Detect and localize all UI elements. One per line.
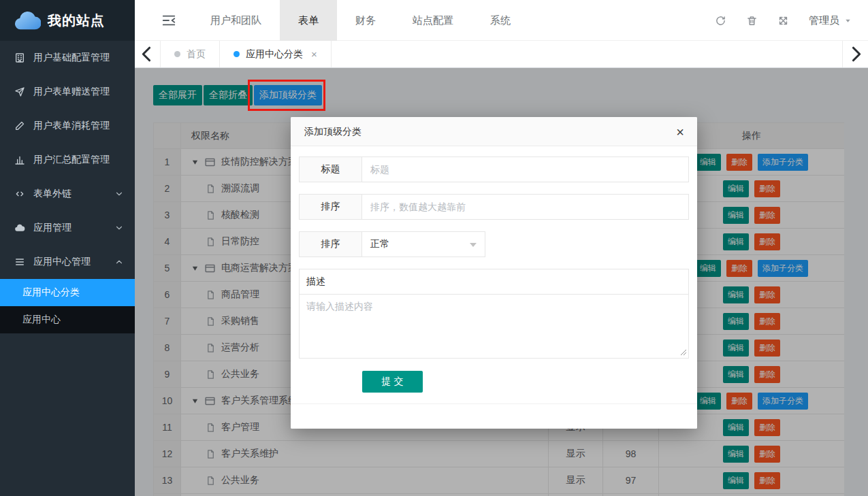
sidebar-item-应用管理[interactable]: 应用管理 [0, 211, 135, 245]
brand-title: 我的站点 [48, 12, 105, 30]
sidebar-item-label: 用户表单消耗管理 [33, 120, 110, 132]
sidebar-item-表单外链[interactable]: 表单外链 [0, 177, 135, 211]
navbar-right-actions: 管理员 [715, 0, 852, 41]
close-icon[interactable]: × [671, 123, 689, 141]
chevron-down-icon [114, 223, 124, 233]
sidebar-submenu: 应用中心分类应用中心 [0, 279, 135, 333]
tab-bar: 首页应用中心分类× [135, 41, 868, 68]
tab-status-dot [234, 51, 240, 57]
sidebar-item-label: 表单外链 [33, 188, 71, 200]
nav-item-表单[interactable]: 表单 [280, 0, 337, 41]
sort-field-label: 排序 [299, 194, 362, 220]
trash-icon[interactable] [746, 15, 758, 27]
nav-item-站点配置[interactable]: 站点配置 [394, 0, 472, 41]
modal-title: 添加顶级分类 [291, 117, 697, 146]
sidebar-subitem-应用中心分类[interactable]: 应用中心分类 [0, 279, 135, 306]
menu-icon [14, 257, 25, 267]
top-nav-menu: 用户和团队表单财务站点配置系统 [192, 0, 529, 41]
sidebar-item-用户汇总配置管理[interactable]: 用户汇总配置管理 [0, 143, 135, 177]
refresh-icon[interactable] [715, 15, 726, 27]
send-icon [14, 86, 25, 97]
code-icon [14, 188, 25, 199]
chevron-down-icon [114, 189, 124, 199]
top-navbar: 我的站点 用户和团队表单财务站点配置系统 管理员 [0, 0, 868, 41]
nav-item-系统[interactable]: 系统 [472, 0, 529, 41]
tab-首页[interactable]: 首页 [161, 41, 220, 67]
open-tabs: 首页应用中心分类× [161, 41, 332, 67]
sidebar-item-label: 用户表单赠送管理 [33, 86, 110, 98]
tab-应用中心分类[interactable]: 应用中心分类× [220, 41, 332, 67]
brand-logo[interactable]: 我的站点 [0, 0, 135, 41]
tabs-scroll-right-button[interactable] [842, 41, 868, 67]
grid-icon [14, 52, 25, 63]
description-label: 描述 [299, 269, 689, 295]
fullscreen-icon[interactable] [777, 15, 789, 27]
description-textarea[interactable] [299, 294, 689, 359]
tab-status-dot [174, 51, 180, 57]
sidebar-item-应用中心管理[interactable]: 应用中心管理 [0, 245, 135, 279]
sidebar-item-label: 用户汇总配置管理 [33, 154, 110, 166]
sidebar-item-label: 应用管理 [33, 222, 71, 234]
modal-footer [291, 403, 697, 429]
chevron-up-icon [114, 257, 124, 267]
sort-input[interactable] [361, 194, 689, 220]
cloud-icon [14, 222, 25, 233]
annotation-highlight-box [248, 80, 325, 111]
sidebar-item-用户表单赠送管理[interactable]: 用户表单赠送管理 [0, 75, 135, 109]
chart-icon [14, 154, 25, 165]
sidebar-item-用户表单消耗管理[interactable]: 用户表单消耗管理 [0, 109, 135, 143]
tab-label: 应用中心分类 [246, 48, 303, 61]
sidebar: 用户基础配置管理用户表单赠送管理用户表单消耗管理用户汇总配置管理表单外链应用管理… [0, 41, 135, 496]
main-content: 全部展开 全部折叠 添加顶级分类 权限名称 操作 1疫情防控解决方案编辑删除添加… [135, 68, 868, 496]
tabs-scroll-left-button[interactable] [135, 41, 161, 67]
status-select[interactable]: 正常 [361, 231, 485, 257]
sidebar-item-用户基础配置管理[interactable]: 用户基础配置管理 [0, 41, 135, 75]
cloud-logo-icon [14, 10, 41, 31]
nav-item-用户和团队[interactable]: 用户和团队 [192, 0, 280, 41]
modal-body: 标题 排序 排序 正常 描述 提 交 [291, 146, 697, 393]
caret-down-icon [844, 17, 852, 24]
sidebar-subitem-应用中心[interactable]: 应用中心 [0, 306, 135, 333]
status-field-label: 排序 [299, 231, 362, 257]
title-input[interactable] [361, 156, 689, 182]
submit-button[interactable]: 提 交 [362, 371, 423, 393]
select-arrow-icon [470, 243, 477, 247]
tab-close-icon[interactable]: × [311, 48, 317, 60]
status-select-value: 正常 [370, 238, 389, 250]
textarea-resize-grip[interactable] [680, 349, 687, 356]
sidebar-item-label: 用户基础配置管理 [33, 52, 110, 64]
user-menu[interactable]: 管理员 [809, 14, 852, 27]
add-top-category-modal: 添加顶级分类 × 标题 排序 排序 正常 描述 [291, 117, 697, 429]
sidebar-collapse-icon[interactable] [161, 13, 176, 28]
tab-label: 首页 [187, 48, 206, 61]
nav-item-财务[interactable]: 财务 [337, 0, 394, 41]
title-field-label: 标题 [299, 156, 362, 182]
user-name: 管理员 [809, 14, 839, 27]
pen-icon [14, 120, 25, 131]
sidebar-item-label: 应用中心管理 [33, 256, 91, 268]
